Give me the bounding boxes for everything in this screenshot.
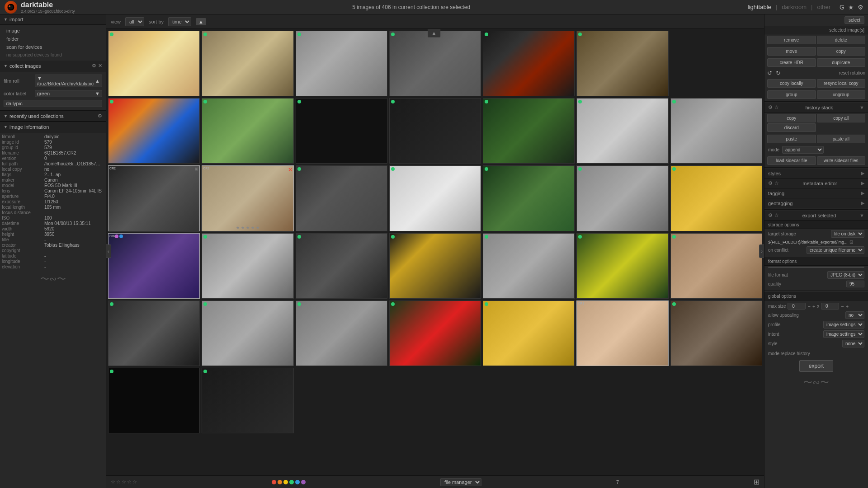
import-section-header[interactable]: ▼ import	[0, 14, 106, 25]
thumb-catkins[interactable]	[202, 98, 293, 164]
recently-settings-icon[interactable]: ⚙	[98, 113, 102, 119]
thumb-building[interactable]	[389, 31, 481, 96]
write-sidecar-btn[interactable]: write sidecar files	[817, 156, 866, 165]
thumb-plant[interactable]	[483, 165, 575, 231]
move-btn[interactable]: move	[767, 47, 816, 56]
delete-btn[interactable]: delete	[817, 36, 866, 44]
thumb-partial2[interactable]	[202, 368, 293, 433]
history-mode-select[interactable]: append replace history	[782, 146, 824, 154]
color-dot-blue[interactable]	[295, 480, 300, 484]
profile-select[interactable]: image settings	[823, 321, 864, 328]
thumb-glove[interactable]	[296, 31, 387, 96]
star-icon[interactable]: ★	[848, 4, 854, 11]
thumb-black[interactable]	[296, 98, 387, 164]
geotagging-section-header[interactable]: geotagging ▶	[764, 198, 868, 208]
nav-other[interactable]: other	[817, 4, 830, 10]
presets-icon[interactable]: G	[840, 4, 844, 11]
settings-icon[interactable]: ⚙	[858, 4, 863, 11]
thumb-sign[interactable]	[389, 165, 481, 231]
export-btn[interactable]: export	[799, 360, 833, 372]
thumb-sink[interactable]	[576, 98, 668, 164]
import-folder[interactable]: folder	[4, 35, 102, 43]
color-dot-green[interactable]	[289, 480, 294, 484]
group-btn[interactable]: group	[767, 90, 816, 99]
color-dot-orange[interactable]	[278, 480, 282, 484]
intent-select[interactable]: image settings	[823, 330, 864, 338]
select-button[interactable]: select	[844, 16, 864, 24]
on-conflict-select[interactable]: create unique filename	[807, 246, 864, 254]
reset-rotation-label[interactable]: reset rotation	[784, 70, 865, 75]
filter-input[interactable]: dailypic	[4, 100, 102, 107]
left-panel-toggle[interactable]: ‹	[106, 244, 111, 258]
collect-section-header[interactable]: ▼ collect images ⚙ ✕	[0, 61, 106, 71]
film-roll-select[interactable]: ▼ /ouz/Bilder/Archiv/dailypic ▲	[35, 75, 102, 87]
bottom-star1[interactable]: ☆	[111, 479, 115, 485]
thumb-stone[interactable]	[296, 300, 387, 366]
thumb-egg[interactable]	[108, 31, 200, 96]
star1[interactable]: ★	[236, 225, 240, 230]
thumb-car[interactable]	[296, 233, 387, 299]
history-copy-btn[interactable]: copy	[767, 114, 816, 122]
collect-settings-icon[interactable]: ⚙	[92, 63, 96, 69]
color-dot-yellow[interactable]	[283, 480, 288, 484]
thumb-shell[interactable]: CR2	[576, 300, 668, 366]
duplicate-btn[interactable]: duplicate	[817, 58, 866, 67]
history-section-header[interactable]: ⚙ ☆ history stack ▼	[764, 103, 868, 113]
copy-btn[interactable]: copy	[817, 47, 866, 56]
image-info-section-header[interactable]: ▼ image information	[0, 122, 106, 132]
max-size-h-input[interactable]	[821, 303, 839, 310]
style-select[interactable]: none	[842, 340, 864, 347]
thumb-skater[interactable]: CR2 ⊞	[108, 165, 200, 231]
format-slider[interactable]	[768, 267, 864, 268]
thumb-ruins[interactable]	[202, 300, 293, 366]
bottom-star4[interactable]: ☆	[127, 479, 132, 485]
bottom-star5[interactable]: ☆	[132, 479, 137, 485]
max-size-h-minus-btn[interactable]: −	[841, 304, 844, 309]
rotate-ccw-icon[interactable]: ↺	[767, 70, 772, 76]
metadata-section-header[interactable]: ⚙ ☆ metadata editor ▶	[764, 178, 868, 188]
bottom-star2[interactable]: ☆	[116, 479, 121, 485]
recently-section-header[interactable]: ▼ recently used collections ⚙	[0, 110, 106, 122]
color-label-select[interactable]: green ▼	[35, 90, 102, 97]
view-select[interactable]: all	[125, 17, 144, 26]
thumb-arch[interactable]	[108, 300, 200, 366]
thumb-tulip[interactable]	[389, 300, 481, 366]
history-paste-all-btn[interactable]: paste all	[817, 135, 866, 143]
bottom-star3[interactable]: ☆	[122, 479, 126, 485]
sort-select[interactable]: time	[168, 17, 191, 26]
color-dot-purple[interactable]	[301, 480, 306, 484]
target-storage-select[interactable]: file on disk	[831, 230, 864, 238]
star5[interactable]: ★	[256, 225, 259, 230]
thumb-door[interactable]	[670, 300, 762, 366]
thumb-picks[interactable]	[108, 98, 200, 164]
max-size-minus-btn[interactable]: −	[807, 304, 810, 309]
import-image[interactable]: image	[4, 27, 102, 35]
thumb-dark2[interactable]	[389, 98, 481, 164]
thumb-crack[interactable]	[670, 98, 762, 164]
thumb-lights[interactable]	[389, 233, 481, 299]
copy-locally-btn[interactable]: copy locally	[767, 79, 816, 88]
star2[interactable]: ★	[241, 225, 245, 230]
thumb-jar[interactable]	[483, 300, 575, 366]
thumb-pear[interactable]	[576, 165, 668, 231]
star3[interactable]: ★	[246, 225, 250, 230]
export-path-icon[interactable]: ⊡	[849, 239, 853, 244]
history-copy-all-btn[interactable]: copy all	[817, 114, 866, 122]
thumb-owl[interactable]	[202, 31, 293, 96]
history-discard-btn[interactable]: discard	[767, 123, 816, 132]
rotate-cw-icon[interactable]: ↻	[776, 70, 781, 76]
thumb-graffiti[interactable]	[483, 233, 575, 299]
star4[interactable]: ★	[251, 225, 255, 230]
sort-direction-btn[interactable]: ▲	[196, 18, 206, 25]
nav-darkroom[interactable]: darkroom	[782, 4, 807, 10]
grid-view-icon[interactable]: ⊞	[754, 478, 760, 486]
thumb-hair[interactable]: CR2	[108, 233, 200, 299]
create-hdr-btn[interactable]: create HDR	[767, 58, 816, 67]
allow-upscaling-select[interactable]: no yes	[845, 311, 864, 319]
collect-close-icon[interactable]: ✕	[98, 63, 102, 69]
history-paste-btn[interactable]: paste	[767, 135, 816, 143]
remove-btn[interactable]: remove	[767, 36, 816, 44]
thumb-texture[interactable]: CR2 ✕ ★ ★ ★ ★ ★	[202, 165, 293, 231]
thumb-metro[interactable]	[296, 165, 387, 231]
thumb-yellow[interactable]	[576, 233, 668, 299]
